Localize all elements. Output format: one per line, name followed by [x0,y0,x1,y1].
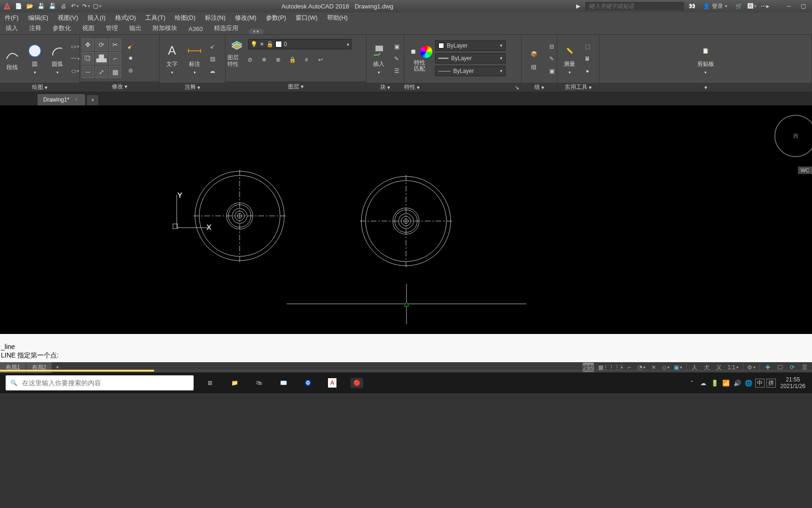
open-icon[interactable]: 📂 [24,2,35,10]
taskbar-clock[interactable]: 21:552021/1/26 [778,376,808,389]
ribbon-collapse[interactable]: ▾ [249,29,264,34]
match-props-button[interactable]: 🔲 特性 匹配 [406,37,433,81]
panel-props-footer[interactable]: 特性 ▾ ↘ [404,83,521,92]
qat-more-icon[interactable]: ▢ [92,2,102,10]
record-icon[interactable]: 🔴 [345,373,368,393]
group-edit-icon[interactable]: ✎ [546,53,557,64]
layer-props-button[interactable] [227,37,246,52]
minimize-icon[interactable]: ─ [782,2,796,10]
rtab-annot[interactable]: 注释 [23,22,47,34]
lineweight-dropdown[interactable]: ━━━ ByLayer▾ [435,53,506,64]
undo-icon[interactable]: ↶ [70,2,80,10]
ellipse-icon[interactable]: ⬭ [70,65,81,77]
tray-up-icon[interactable]: ˄ [687,378,697,388]
tray-onedrive-icon[interactable]: ☁ [699,378,708,388]
polyline-button[interactable]: 段线 [2,37,23,81]
edit-block-icon[interactable]: ✎ [391,53,402,64]
group-bbox-icon[interactable]: ▣ [546,65,557,77]
cloud-icon[interactable]: ☁ [207,65,218,77]
trim-icon[interactable]: ✂ [109,39,121,51]
panel-modify-footer[interactable]: 修改 ▾ [80,81,159,92]
measure-button[interactable]: 📏测量▾ [559,37,580,81]
stretch-icon[interactable]: ↔ [82,66,94,78]
mirror-icon[interactable]: ▟▙ [95,52,108,64]
help-search[interactable] [586,2,684,10]
help-icon[interactable]: ▶ [572,2,584,10]
office-icon[interactable]: 🧿 [296,373,320,393]
save-icon[interactable]: 💾 [36,2,46,10]
rtab-param[interactable]: 参数化 [47,22,77,34]
rotate-icon[interactable]: ⟳ [95,39,108,51]
binoculars-icon[interactable]: 👀 [686,2,697,10]
panel-group-footer[interactable]: 组 ▾ [522,83,557,92]
quickcalc-icon[interactable]: 🖩 [582,53,593,64]
move-icon[interactable]: ✥ [82,39,94,51]
layer-lock-icon[interactable]: 🔒 [287,54,298,65]
attr-block-icon[interactable]: ☰ [391,65,402,77]
fillet-icon[interactable]: ⌐ [109,52,121,64]
point-icon[interactable]: ● [582,65,593,77]
circle-button[interactable]: 圆▾ [24,37,45,81]
offset-icon[interactable]: ⊚ [125,65,136,76]
rect-icon[interactable]: ▭ [70,41,81,52]
group-button[interactable]: 📦组 [523,37,544,81]
tray-battery-icon[interactable]: 🔋 [710,378,719,388]
text-button[interactable]: A文字▾ [162,37,182,81]
clipboard-button[interactable]: 📋剪贴板▾ [695,37,717,81]
layer-off-icon[interactable]: ⊗ [273,54,284,65]
windows-search-input[interactable] [22,379,189,387]
table-icon[interactable]: ▤ [207,53,218,64]
dim-button[interactable]: 标注▾ [184,37,205,81]
ungroup-icon[interactable]: ⊟ [546,41,557,52]
cart-icon[interactable]: 🛒 [733,2,744,10]
acad-logo[interactable] [2,2,12,10]
rtab-insert[interactable]: 插入 [0,22,23,34]
menu-window[interactable]: 窗口(W) [291,12,322,24]
login-button[interactable]: 👤登录▾ [699,2,731,10]
redo-icon[interactable]: ↷ [81,2,91,10]
maximize-icon[interactable]: ▢ [796,2,810,10]
create-block-icon[interactable]: ▣ [391,41,402,52]
selectall-icon[interactable]: ⬚ [582,41,593,52]
scale-icon[interactable]: ⤢ [95,66,108,78]
erase-icon[interactable]: 🧹 [125,40,136,52]
exchange-icon[interactable]: 🅰 [746,2,757,10]
layer-match-icon[interactable]: ≡ [301,54,312,65]
spline-icon[interactable]: 〰 [70,53,81,64]
task-view-icon[interactable]: ⊞ [198,373,222,393]
help-search-input[interactable] [589,3,681,9]
copy-icon[interactable]: ⿻ [82,52,94,64]
explorer-icon[interactable]: 📁 [223,373,246,393]
more-icon[interactable]: ⋯▸ [759,2,771,10]
panel-block-footer[interactable]: 块 ▾ [367,83,404,92]
rtab-manage[interactable]: 管理 [100,22,124,34]
color-dropdown[interactable]: ByLayer▾ [435,40,506,51]
panel-annot-footer[interactable]: 注释 ▾ [160,83,225,92]
saveas-icon[interactable]: 💾 [47,2,57,10]
tray-lang-icon[interactable]: 🌐 [744,378,753,388]
mail-icon[interactable]: ✉️ [272,373,295,393]
windows-search[interactable]: 🔍 [6,375,194,390]
insert-block-button[interactable]: 插入▾ [368,37,389,81]
leader-icon[interactable]: ↙ [207,41,218,52]
rtab-view[interactable]: 视图 [77,22,100,34]
layer-prev-icon[interactable]: ↩ [315,54,326,65]
linetype-dropdown[interactable]: ─── ByLayer▾ [435,66,506,76]
panel-util-footer[interactable]: 实用工具 ▾ [557,83,599,92]
command-window[interactable]: _line LINE 指定第一个点: [0,334,812,362]
rtab-a360[interactable]: A360 [183,24,208,34]
panel-layer-footer[interactable]: 图层 ▾ [226,81,366,92]
menu-params[interactable]: 参数(P) [261,12,291,24]
print-icon[interactable]: 🖨 [58,2,69,10]
rtab-addons[interactable]: 附加模块 [147,22,183,34]
arc-button[interactable]: 圆弧▾ [47,37,68,81]
array-icon[interactable]: ▦ [109,66,121,78]
viewcube[interactable]: 西 [774,115,812,157]
close-tab-icon[interactable]: × [73,96,79,103]
ime-lang[interactable]: 中 [755,379,765,388]
file-tab[interactable]: Drawing1*× [38,94,85,105]
store-icon[interactable]: 🛍 [247,373,271,393]
video-scrubber[interactable] [0,370,812,372]
autocad-taskbar-icon[interactable]: A [320,373,344,393]
tray-volume-icon[interactable]: 🔊 [733,378,742,388]
